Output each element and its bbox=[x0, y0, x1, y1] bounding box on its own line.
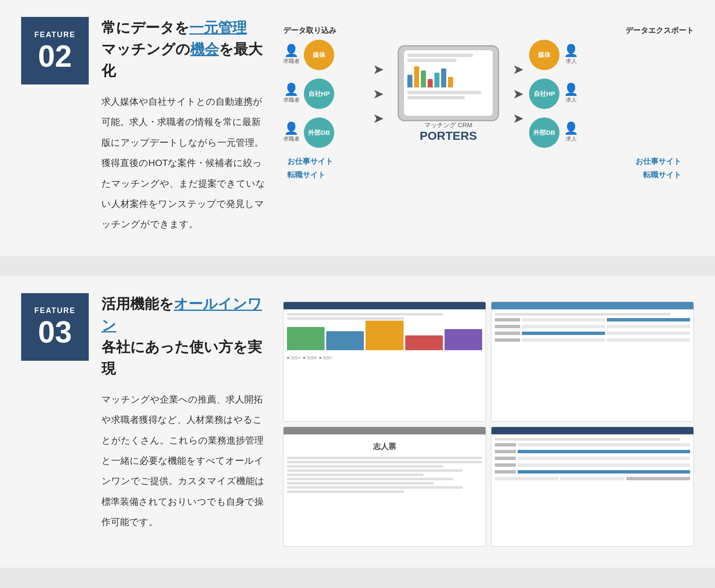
node-person-3: 👤 求職者 bbox=[283, 122, 300, 143]
diagram-left-label: データ取り込み bbox=[283, 25, 336, 35]
person-icon-3: 👤 bbox=[284, 122, 299, 134]
sc-header-detail bbox=[491, 427, 693, 435]
diagram-main: 👤 求職者 媒体 👤 求職者 自社HP bbox=[283, 40, 694, 148]
detail-cell-7 bbox=[560, 477, 624, 480]
screenshot-detail bbox=[491, 427, 694, 547]
detail-cell-h4 bbox=[495, 463, 516, 467]
node-right-person-2: 👤 求人 bbox=[564, 84, 579, 104]
diagram-left-nodes: 👤 求職者 媒体 👤 求職者 自社HP bbox=[283, 40, 368, 148]
feature03-section: FEATURE 03 活用機能をオールインワン 各社にあった使い方を実現 マッチ… bbox=[0, 276, 715, 568]
detail-line-1 bbox=[495, 438, 680, 441]
sc-header-table bbox=[491, 302, 693, 310]
form-line-7 bbox=[287, 482, 434, 485]
chart-bar-7 bbox=[448, 77, 453, 87]
arrow-right-1: ➤ bbox=[513, 61, 524, 77]
diagram-node-2: 👤 求職者 自社HP bbox=[283, 79, 368, 109]
form-line-6 bbox=[287, 478, 453, 480]
person-icon-1: 👤 bbox=[284, 45, 299, 57]
person-icon-2: 👤 bbox=[284, 84, 299, 95]
footer-link-right: お仕事サイト 転職サイト bbox=[636, 155, 681, 182]
form-line-1 bbox=[287, 457, 482, 459]
detail-row-2 bbox=[495, 450, 690, 453]
feature03-badge-label: FEATURE bbox=[34, 306, 76, 315]
tablet-screen bbox=[404, 50, 493, 116]
screenshot-form: 志人票 bbox=[283, 427, 486, 547]
node-right-person-1: 👤 求人 bbox=[564, 45, 579, 65]
arrow-1: ➤ bbox=[373, 61, 384, 77]
sc-cell-5 bbox=[522, 332, 605, 335]
detail-cell-6 bbox=[495, 477, 559, 480]
node-person-1: 👤 求職者 bbox=[283, 45, 300, 65]
tablet-bar-1 bbox=[407, 54, 473, 57]
sc-bar-area bbox=[287, 325, 482, 350]
footer-left-line1: お仕事サイト bbox=[287, 155, 333, 168]
form-line-9 bbox=[287, 490, 404, 493]
feature03-left: FEATURE 03 活用機能をオールインワン 各社にあった使い方を実現 マッチ… bbox=[21, 293, 266, 533]
form-line-3 bbox=[287, 465, 443, 468]
feature02-title-highlight1: 一元管理 bbox=[189, 19, 247, 35]
feature02-badge-number: 02 bbox=[38, 41, 72, 71]
feature02-body: 求人媒体や自社サイトとの自動連携が可能。求人・求職者の情報を常に最新版にアップデ… bbox=[101, 92, 266, 235]
screenshot-chart: ■ 項目A ■ 項目B ■ 項目C bbox=[283, 302, 486, 422]
node-right-person-3: 👤 求人 bbox=[564, 122, 579, 143]
node-right-ext-label: 外部DB bbox=[533, 129, 555, 137]
sc-header-chart bbox=[284, 302, 486, 310]
footer-left-line2: 転職サイト bbox=[287, 168, 333, 182]
feature02-title-line2-start: マッチングの bbox=[101, 41, 190, 57]
screenshot-table bbox=[491, 302, 694, 422]
legend-2: ■ 項目B bbox=[303, 355, 317, 361]
arrow-2: ➤ bbox=[373, 86, 384, 102]
sc-bar-4 bbox=[405, 335, 443, 350]
node-right-circle-media: 媒体 bbox=[529, 40, 559, 70]
sc-table-row-2 bbox=[495, 325, 690, 328]
feature02-left: FEATURE 02 常にデータを一元管理 マッチングの機会を最大化 求人媒体や… bbox=[21, 17, 266, 235]
feature02-content: 常にデータを一元管理 マッチングの機会を最大化 求人媒体や自社サイトとの自動連携… bbox=[101, 17, 266, 235]
sc-cell-4 bbox=[607, 325, 690, 328]
node-person-2: 👤 求職者 bbox=[283, 84, 300, 104]
detail-cell-2 bbox=[518, 450, 690, 453]
person-icon-right-1: 👤 bbox=[564, 45, 579, 57]
diagram-labels: データ取り込み データエクスポート bbox=[283, 25, 694, 35]
sc-bar-3 bbox=[366, 321, 403, 350]
feature03-content: 活用機能をオールインワン 各社にあった使い方を実現 マッチングや企業への推薦、求… bbox=[101, 293, 266, 533]
person-label-right-3: 求人 bbox=[566, 135, 577, 143]
feature03-title: 活用機能をオールインワン 各社にあった使い方を実現 bbox=[101, 293, 266, 379]
sc-content-table bbox=[491, 310, 693, 346]
node-circle-own-hp: 自社HP bbox=[304, 79, 334, 109]
sc-cell-8 bbox=[607, 338, 690, 342]
detail-row-3 bbox=[495, 457, 690, 460]
arrow-right-2: ➤ bbox=[513, 86, 524, 102]
diagram-right-node-3: 外部DB 👤 求人 bbox=[529, 117, 614, 148]
feature03-body: マッチングや企業への推薦、求人開拓や求職者獲得など、人材業務はやることがたくさん… bbox=[101, 389, 266, 533]
person-label-right-2: 求人 bbox=[566, 96, 577, 104]
arrow-right-3: ➤ bbox=[513, 110, 524, 126]
sc-cell-7 bbox=[522, 338, 605, 342]
sc-bar-2 bbox=[326, 331, 364, 350]
detail-cell-1 bbox=[518, 443, 690, 446]
node-right-hp-label: 自社HP bbox=[534, 90, 555, 98]
sc-bar-1 bbox=[287, 327, 325, 350]
diagram-right-node-1: 媒体 👤 求人 bbox=[529, 40, 614, 70]
detail-row-5 bbox=[495, 470, 690, 474]
detail-cell-3 bbox=[518, 457, 690, 460]
feature03-badge-number: 03 bbox=[38, 317, 72, 347]
sc-header-form bbox=[284, 427, 486, 435]
footer-right-line1: お仕事サイト bbox=[636, 155, 681, 168]
screenshots-grid: ■ 項目A ■ 項目B ■ 項目C bbox=[283, 302, 694, 547]
feature03-title-line1-start: 活用機能を bbox=[101, 296, 174, 312]
diagram-right-node-2: 自社HP 👤 求人 bbox=[529, 79, 614, 109]
person-icon-right-2: 👤 bbox=[564, 84, 579, 95]
matching-crm-label: マッチング CRM bbox=[424, 121, 472, 129]
tablet-chart bbox=[407, 64, 489, 89]
chart-bar-3 bbox=[421, 71, 426, 87]
diagram-right-nodes: 媒体 👤 求人 自社HP 👤 求人 bbox=[529, 40, 614, 148]
sc-bar-5 bbox=[445, 329, 482, 350]
detail-cell-5 bbox=[518, 470, 690, 474]
detail-row-1 bbox=[495, 443, 690, 446]
feature02-section: FEATURE 02 常にデータを一元管理 マッチングの機会を最大化 求人媒体や… bbox=[0, 0, 715, 256]
footer-link-left: お仕事サイト 転職サイト bbox=[287, 155, 333, 182]
form-line-2 bbox=[287, 461, 482, 463]
form-line-4 bbox=[287, 469, 463, 472]
diagram-node-1: 👤 求職者 媒体 bbox=[283, 40, 368, 70]
sc-cell-6 bbox=[607, 332, 690, 335]
